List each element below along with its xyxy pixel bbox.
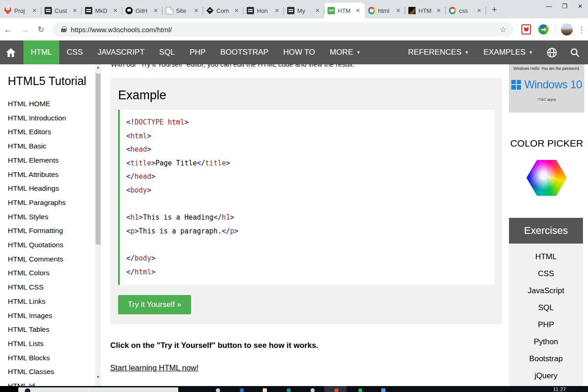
tab-close-icon[interactable]: ✕ bbox=[71, 7, 79, 14]
color-picker-title: COLOR PICKER bbox=[509, 138, 584, 149]
nav-item-bootstrap[interactable]: BOOTSTRAP bbox=[213, 40, 276, 64]
nav-item-more[interactable]: MORE▼ bbox=[322, 40, 368, 64]
browser-tab[interactable]: GitH✕ bbox=[122, 3, 163, 18]
translate-globe-icon[interactable] bbox=[540, 40, 564, 64]
restore-button[interactable]: ❐ bbox=[557, 0, 572, 13]
tab-close-icon[interactable]: ✕ bbox=[273, 7, 281, 14]
lock-icon bbox=[61, 26, 66, 33]
light-app-icon[interactable] bbox=[216, 388, 220, 392]
scroll-down-icon[interactable]: ▼ bbox=[95, 374, 101, 381]
exercise-link-css[interactable]: CSS bbox=[509, 265, 583, 282]
tab-title: Cust bbox=[55, 7, 68, 14]
idm-extension-icon[interactable] bbox=[538, 24, 548, 34]
browser-tab[interactable]: Site✕ bbox=[163, 3, 203, 18]
nav-item-label: JAVASCRIPT bbox=[97, 48, 144, 57]
forward-button[interactable]: → bbox=[17, 24, 33, 35]
browser-tab[interactable]: MkD✕ bbox=[82, 3, 122, 18]
book-icon bbox=[45, 7, 52, 14]
browser-tab[interactable]: Proj✕ bbox=[1, 3, 41, 18]
try-it-yourself-button[interactable]: Try it Yourself » bbox=[118, 295, 191, 314]
browser-tab[interactable]: Hon✕ bbox=[243, 3, 284, 18]
color-picker-hexagon[interactable] bbox=[526, 160, 567, 196]
address-bar[interactable]: https://www.w3schools.com/html/ ☆ bbox=[53, 22, 514, 37]
back-button[interactable]: ← bbox=[0, 24, 17, 35]
browser-tab[interactable]: HTM✕ bbox=[405, 3, 446, 18]
browser-toolbar: ← → ↻ https://www.w3schools.com/html/ ☆ … bbox=[0, 18, 588, 40]
tab-close-icon[interactable]: ✕ bbox=[395, 7, 402, 14]
tab-close-icon[interactable]: ✕ bbox=[192, 7, 200, 14]
tabs-container: Proj✕Cust✕MkD✕GitH✕Site✕Com✕Hon✕My✕HTM✕h… bbox=[0, 0, 486, 18]
nav-item-label: SQL bbox=[159, 48, 175, 57]
tutorial-sidebar: HTML5 Tutorial HTML HOMEHTML Introductio… bbox=[0, 64, 110, 392]
new-tab-button[interactable]: + bbox=[488, 4, 501, 17]
ad-brand-text: Windows 10 bbox=[524, 78, 582, 91]
browser-tab[interactable]: Com✕ bbox=[203, 3, 243, 18]
close-window-button[interactable]: ✕ bbox=[572, 0, 588, 13]
nav-item-css[interactable]: CSS bbox=[59, 40, 90, 64]
exercise-link-jquery[interactable]: jQuery bbox=[509, 367, 583, 384]
browser-tab-strip: Proj✕Cust✕MkD✕GitH✕Site✕Com✕Hon✕My✕HTM✕h… bbox=[0, 0, 588, 18]
exercise-link-python[interactable]: Python bbox=[509, 333, 583, 350]
exercise-link-javascript[interactable]: JavaScript bbox=[509, 282, 583, 299]
tab-close-icon[interactable]: ✕ bbox=[435, 7, 442, 14]
start-learning-link[interactable]: Start learning HTML now! bbox=[110, 364, 198, 373]
browser-menu-icon[interactable]: ⋮ bbox=[577, 25, 585, 34]
url-text[interactable]: https://www.w3schools.com/html/ bbox=[71, 26, 498, 34]
minimize-button[interactable]: — bbox=[541, 0, 557, 13]
tab-close-icon[interactable]: ✕ bbox=[314, 7, 321, 14]
exercise-link-sql[interactable]: SQL bbox=[509, 299, 583, 316]
exercise-link-html[interactable]: HTML bbox=[509, 248, 583, 265]
code-line: </head> bbox=[126, 170, 488, 184]
gray-app-icon[interactable] bbox=[311, 388, 315, 392]
tab-close-icon[interactable]: ✕ bbox=[112, 7, 119, 14]
scrollbar-thumb[interactable] bbox=[96, 74, 101, 244]
taskbar-clock[interactable]: 11:27 bbox=[553, 386, 566, 392]
exercise-link-php[interactable]: PHP bbox=[509, 316, 583, 333]
tab-close-icon[interactable]: ✕ bbox=[31, 7, 38, 14]
windows-logo-icon bbox=[511, 80, 521, 90]
nav-item-sql[interactable]: SQL bbox=[152, 40, 182, 64]
ad-tagline: Windows Hello: You are the password. bbox=[509, 66, 584, 71]
main-content: With our "Try it Yourself" editor, you c… bbox=[110, 64, 502, 392]
sidebar-scrollbar[interactable]: ▲ ▼ bbox=[95, 64, 101, 386]
browser-tab[interactable]: Cust✕ bbox=[41, 3, 82, 18]
mcafee-extension-icon[interactable] bbox=[521, 24, 531, 34]
code-line: <!DOCTYPE html> bbox=[126, 116, 488, 130]
tab-close-icon[interactable]: ✕ bbox=[475, 7, 483, 14]
browser-tab[interactable]: html✕ bbox=[365, 3, 405, 18]
pink-app-icon[interactable] bbox=[263, 388, 267, 392]
nav-item-references[interactable]: REFERENCES▼ bbox=[401, 40, 476, 64]
exercise-link-bootstrap[interactable]: Bootstrap bbox=[509, 350, 583, 367]
tab-title: css bbox=[459, 7, 473, 14]
blue-square-app-icon[interactable] bbox=[381, 388, 385, 392]
red-app-icon[interactable] bbox=[334, 388, 339, 392]
tab-close-icon[interactable]: ✕ bbox=[354, 7, 362, 14]
nav-item-label: REFERENCES bbox=[408, 48, 461, 57]
taskbar-search-box[interactable] bbox=[18, 387, 178, 392]
browser-tab[interactable]: My✕ bbox=[284, 3, 324, 18]
tab-title: Hon bbox=[257, 7, 271, 14]
teal-app-icon[interactable] bbox=[287, 388, 291, 392]
browser-tab[interactable]: HTM✕ bbox=[324, 3, 365, 18]
nav-item-php[interactable]: PHP bbox=[182, 40, 213, 64]
profile-avatar[interactable] bbox=[561, 23, 573, 35]
navbar-right-items: REFERENCES▼EXAMPLES▼ bbox=[401, 40, 540, 64]
green-app-icon[interactable] bbox=[358, 388, 362, 392]
tab-close-icon[interactable]: ✕ bbox=[152, 7, 159, 14]
nav-item-html[interactable]: HTML bbox=[23, 40, 59, 64]
blue-app-icon[interactable] bbox=[240, 388, 244, 392]
tab-close-icon[interactable]: ✕ bbox=[233, 7, 240, 14]
nav-item-examples[interactable]: EXAMPLES▼ bbox=[476, 40, 540, 64]
home-icon[interactable] bbox=[0, 40, 23, 64]
diamond-icon bbox=[206, 7, 214, 14]
scroll-up-icon[interactable]: ▲ bbox=[95, 64, 101, 71]
windows-ad[interactable]: Windows Hello: You are the password. Win… bbox=[509, 64, 584, 113]
browser-tab[interactable]: css✕ bbox=[446, 3, 486, 18]
start-button[interactable] bbox=[0, 386, 17, 392]
nav-item-javascript[interactable]: JAVASCRIPT bbox=[90, 40, 152, 64]
nav-item-how-to[interactable]: HOW TO bbox=[276, 40, 322, 64]
instruction-text: Click on the "Try it Yourself" button to… bbox=[110, 341, 502, 350]
bookmark-star-icon[interactable]: ☆ bbox=[498, 25, 508, 34]
search-icon[interactable] bbox=[564, 40, 588, 64]
reload-button[interactable]: ↻ bbox=[33, 25, 49, 34]
